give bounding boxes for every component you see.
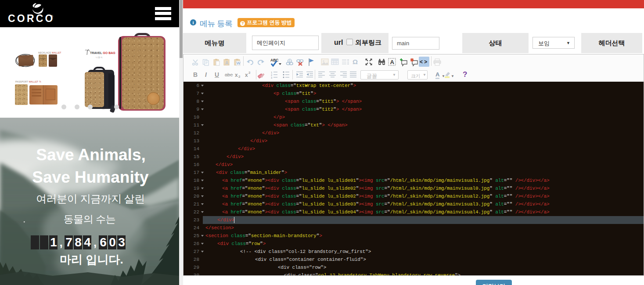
svg-text:ABC: ABC [270,58,278,62]
svg-text:< >: < > [420,59,427,65]
svg-text:A: A [225,60,229,65]
svg-text:A: A [390,59,395,65]
svg-text:CORCO: CORCO [8,13,55,24]
svg-text:W: W [237,61,241,65]
svg-text:3: 3 [271,76,272,79]
svg-text:Ω: Ω [353,58,358,65]
svg-text:®: ® [50,14,53,18]
